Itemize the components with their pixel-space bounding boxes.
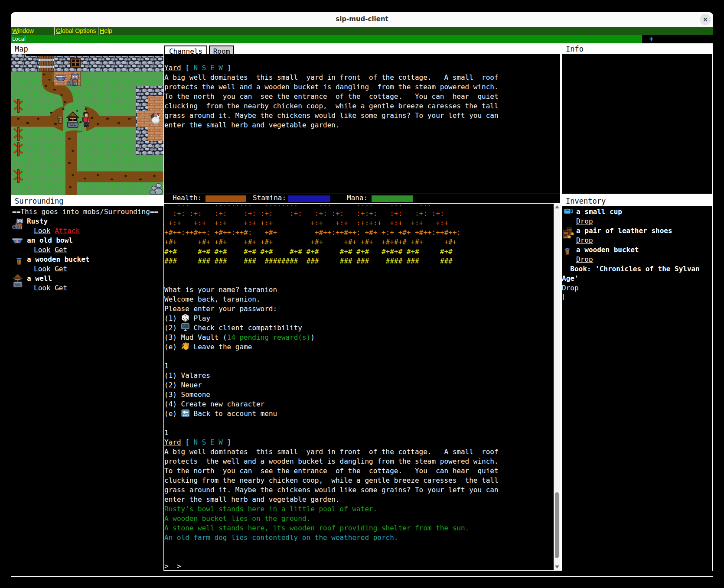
- health-bar: [205, 195, 246, 202]
- health-label: Health:: [173, 194, 202, 202]
- terminal-line: (3) Someone: [164, 390, 560, 400]
- terminal-line: (2) Check client compatibility: [164, 323, 560, 333]
- terminal-line: ::: ::::::::: :::::::: ::: :::: ::: :::: [164, 204, 560, 209]
- room-view-panel: Yard [ N S E W ]A big well dominates thi…: [164, 54, 560, 194]
- mob-name: a well: [11, 274, 163, 283]
- map-bucket: [58, 117, 63, 123]
- tab-local[interactable]: Local: [11, 35, 642, 43]
- get-link[interactable]: Get: [55, 265, 67, 273]
- look-link[interactable]: Look: [34, 265, 51, 273]
- well-icon: [12, 273, 23, 288]
- drop-link[interactable]: Drop: [576, 236, 593, 244]
- mob-name: Rusty: [11, 217, 163, 226]
- inventory-panel-title: Inventory: [566, 197, 606, 205]
- terminal-line: Please enter your password:: [164, 304, 560, 314]
- command-input-strip[interactable]: [11, 571, 713, 576]
- title-bar[interactable]: sip-mud-client ×: [11, 12, 713, 27]
- look-link[interactable]: Look: [34, 246, 51, 254]
- terminal-line: clucking from the nearby chicken coop, w…: [164, 476, 560, 485]
- terminal-line: grass around it. Maybe the chickens woul…: [164, 111, 560, 120]
- inventory-item-actions: Drop: [562, 236, 712, 245]
- inventory-item-actions: Drop: [562, 283, 712, 293]
- terminal-line: grass around it. Maybe the chickens woul…: [164, 485, 560, 495]
- terminal-line: (4) Create new character: [164, 400, 560, 409]
- terminal-line: To the north you can see the entrance of…: [164, 466, 560, 476]
- bowl-icon: [12, 237, 23, 244]
- look-link[interactable]: Look: [34, 227, 51, 235]
- surrounding-panel-title: Surrounding: [15, 197, 64, 205]
- menu-window[interactable]: Window: [11, 27, 55, 35]
- dog-icon: [12, 218, 24, 230]
- terminal-line: (3) Mud Vault (14 pending reward(s)): [164, 333, 560, 342]
- surrounding-header: ==This goes into mobs/Surrounding==: [11, 207, 163, 217]
- terminal-line: [164, 54, 560, 63]
- session-tab-bar: Local +: [11, 35, 713, 43]
- terminal-line: A stone well stands here, its wooden roo…: [164, 523, 560, 533]
- terminal-line: enter the small herb and vegetable garde…: [164, 120, 560, 130]
- app-window: sip-mud-client × Window Global Options H…: [11, 12, 713, 577]
- terminal-line: A big well dominates this small yard in …: [164, 447, 560, 457]
- menu-global-options[interactable]: Global Options: [55, 27, 98, 35]
- inventory-book-line1: Book: 'Chronicles of the Sylvan: [562, 264, 712, 274]
- tab-room[interactable]: Room: [209, 45, 234, 54]
- mob-name: a wooden bucket: [11, 255, 163, 264]
- map-panel: [11, 54, 163, 195]
- mob-actions: Look Get: [11, 283, 163, 293]
- terminal-line: +:+ +:+ +:+ +:+ +:+ +:+ +:+ :+:+:+ +:+ +…: [164, 218, 560, 228]
- bucket-icon: [16, 257, 22, 265]
- get-link[interactable]: Get: [55, 246, 67, 254]
- terminal-line: [164, 352, 560, 361]
- drop-link[interactable]: Drop: [562, 284, 579, 292]
- drop-link[interactable]: Drop: [576, 217, 593, 225]
- back-icon: [181, 409, 194, 417]
- terminal-line: protects the well and a wooden bucket is…: [164, 457, 560, 466]
- tab-channels[interactable]: Channels: [164, 45, 207, 54]
- scroll-down-icon[interactable]: [555, 565, 559, 569]
- window-title: sip-mud-client: [11, 15, 713, 23]
- look-link[interactable]: Look: [34, 284, 51, 292]
- terminal-line: [164, 266, 560, 276]
- mob-name: an old bowl: [11, 236, 163, 245]
- shoes-icon: [562, 227, 575, 239]
- terminal-line: Rusty's bowl stands here in a little poo…: [164, 504, 560, 514]
- terminal-line: (1) Valares: [164, 371, 560, 380]
- scrollbar-thumb[interactable]: [555, 492, 559, 558]
- inventory-item-actions: Drop: [562, 217, 712, 226]
- menu-bar: Window Global Options Help: [11, 27, 713, 35]
- menu-help[interactable]: Help: [98, 27, 142, 35]
- terminal-line: #+# #+# #+# #+# #+# #+# #+# #+# #+# #+#+…: [164, 247, 560, 257]
- mob-actions: Look Get: [11, 264, 163, 274]
- mob-actions: Look Attack: [11, 226, 163, 236]
- map-window: [71, 58, 80, 67]
- map-image: [11, 54, 163, 195]
- terminal-line: Welcome back, taranion.: [164, 295, 560, 304]
- terminal-line: 1: [164, 361, 560, 371]
- add-tab-button[interactable]: +: [645, 35, 658, 43]
- terminal-line: protects the well and a wooden bucket is…: [164, 82, 560, 92]
- inventory-item-actions: Drop: [562, 255, 712, 264]
- terminal-text: ::: ::::::::: :::::::: ::: :::: ::: ::: …: [164, 204, 560, 570]
- terminal-line: Yard [ N S E W ]: [164, 438, 560, 447]
- terminal-line: An old farm dog lies contentedly on the …: [164, 533, 560, 543]
- cup-icon: [564, 208, 573, 214]
- terminal-line: +#++:++#++: +#++:++#: +#+ +#++:++#++: +#…: [164, 228, 560, 237]
- terminal-line: +#+ +#+ +#+ +#+ +#+ +#+ +#+ +#+ +#+#+# +…: [164, 237, 560, 247]
- get-link[interactable]: Get: [55, 284, 67, 292]
- drop-link[interactable]: Drop: [576, 255, 593, 263]
- room-view-text: Yard [ N S E W ]A big well dominates thi…: [164, 54, 560, 130]
- scroll-up-icon[interactable]: [555, 205, 559, 208]
- inventory-book-line2: Age': [562, 274, 712, 283]
- terminal-line: ### ### ### ### ######## ### ### ### ###…: [164, 257, 560, 266]
- main-content: Map Surrounding Info Inventory: [11, 43, 713, 577]
- close-icon[interactable]: ×: [700, 14, 711, 25]
- inventory-item-name: a pair of leather shoes: [562, 226, 712, 236]
- map-panel-title: Map: [15, 45, 28, 53]
- terminal-line: What is your name? taranion: [164, 285, 560, 295]
- terminal-line: (2) Neuer: [164, 380, 560, 390]
- terminal-scrollbar[interactable]: [554, 204, 560, 570]
- text-cursor: [563, 294, 564, 300]
- terminal-line: To the north you can see the entrance of…: [164, 92, 560, 101]
- terminal-line: clucking from the nearby chicken coop, w…: [164, 101, 560, 111]
- attack-link[interactable]: Attack: [55, 227, 80, 235]
- stamina-bar: [288, 195, 330, 202]
